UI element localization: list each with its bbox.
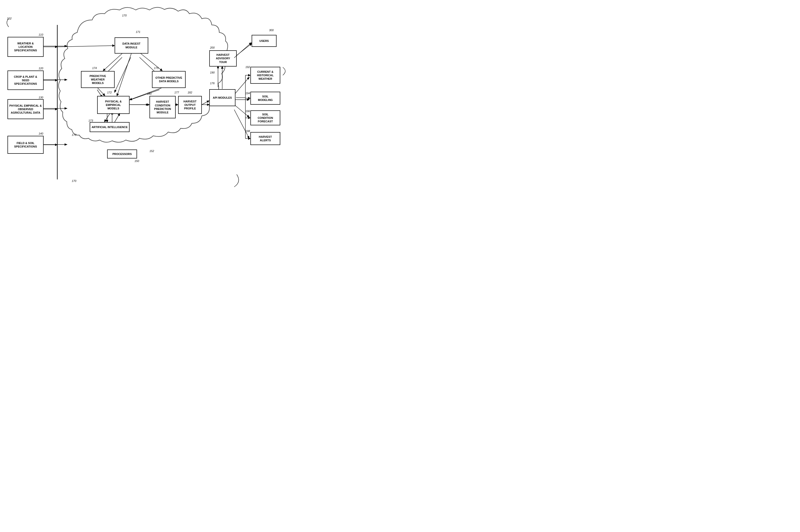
svg-line-29 <box>117 54 131 95</box>
label-170c: 170 <box>72 179 76 183</box>
label-190: 190 <box>210 71 214 74</box>
label-140: 140 <box>39 132 43 135</box>
box-harvest-condition: HARVESTCONDITIONPREDICTIONMODULE <box>150 96 176 118</box>
box-soil-modeling: SOILMODELING <box>250 92 280 104</box>
box-api-modules: API MODULES <box>209 89 235 106</box>
label-130: 130 <box>39 96 43 99</box>
label-200: 200 <box>210 46 214 49</box>
box-physical-empirical-obs: PHYSICAL EMPIRICAL &OBSERVEDAGRICULTURAL… <box>7 99 44 119</box>
box-processors: PROCESSORS <box>107 150 137 158</box>
label-174: 174 <box>92 66 97 70</box>
box-harvest-output: HARVESTOUTPUTPROFILE <box>178 96 202 114</box>
label-110: 110 <box>39 33 43 36</box>
label-170b: 170 <box>72 133 76 136</box>
label-102: 102 <box>7 17 12 20</box>
box-physical-empirical-models: PHYSICAL &EMPIRICALMODELS <box>97 96 130 114</box>
label-175: 175 <box>154 66 158 70</box>
label-176: 176 <box>210 82 214 85</box>
label-171: 171 <box>136 31 140 33</box>
svg-line-26 <box>57 45 114 47</box>
label-194: 194 <box>245 92 250 95</box>
label-172: 172 <box>107 91 112 94</box>
svg-line-20 <box>234 44 252 57</box>
label-170a: 170 <box>122 14 127 17</box>
label-150: 150 <box>135 159 139 163</box>
label-198: 198 <box>245 130 250 133</box>
box-other-predictive: OTHER PREDICTIVEDATA MODELS <box>152 71 186 88</box>
box-crop-plant: CROP & PLANT &SEEDSPECIFICATIONS <box>7 71 44 90</box>
box-soil-condition: SOILCONDITIONFORECAST <box>250 110 280 125</box>
svg-line-30 <box>98 88 104 95</box>
box-harvest-advisory: HARVESTADVISORYTOUR <box>209 50 237 66</box>
box-data-ingest: DATA INGESTMODULE <box>115 37 148 54</box>
box-users: USERS <box>252 35 277 47</box>
label-300: 300 <box>269 28 273 32</box>
box-harvest-alerts: HARVESTALERTS <box>250 132 280 145</box>
label-152: 152 <box>150 150 154 152</box>
box-current-historical: CURRENT &HISTORICALWEATHER <box>250 67 280 84</box>
svg-line-7 <box>115 57 131 92</box>
label-173: 173 <box>89 119 93 122</box>
svg-line-36 <box>202 101 209 104</box>
svg-line-33 <box>115 114 119 122</box>
box-field-soil: FIELD & SOILSPECIFICATIONS <box>7 136 44 154</box>
box-artificial-intelligence: ARTIFICIAL INTELLIGENCE <box>90 122 130 132</box>
box-predictive-weather: PREDICTIVEWEATHERMODELS <box>81 71 115 88</box>
svg-line-19 <box>234 110 249 138</box>
box-weather-location: WEATHER &LOCATIONSPECIFICATIONS <box>7 37 44 57</box>
svg-line-27 <box>103 54 122 71</box>
svg-line-32 <box>104 114 110 121</box>
label-192: 192 <box>245 65 250 69</box>
label-120: 120 <box>39 67 43 70</box>
label-182: 182 <box>188 91 192 94</box>
svg-line-28 <box>141 54 162 71</box>
svg-line-38 <box>234 43 251 58</box>
label-180: 180 <box>147 92 151 95</box>
label-177: 177 <box>174 91 179 94</box>
label-196: 196 <box>245 110 250 113</box>
diagram: 102 110 120 130 140 170 170 170 171 174 … <box>0 0 299 200</box>
